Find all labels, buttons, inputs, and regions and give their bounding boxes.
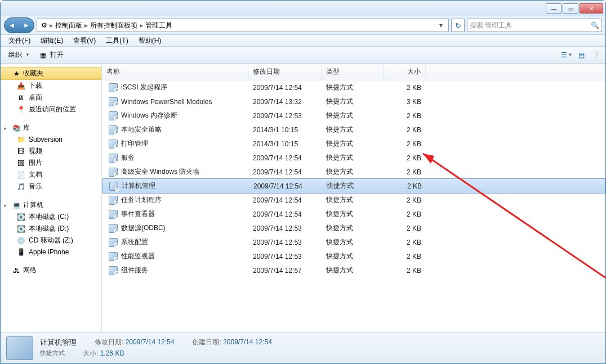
sidebar-item[interactable]: 🎵音乐 [1,181,101,192]
search-input[interactable]: 搜索 管理工具 🔍 [467,19,602,32]
shortcut-icon [109,196,118,205]
item-icon: 📥 [16,82,25,91]
file-row[interactable]: 任务计划程序 2009/7/14 12:54 快捷方式 2 KB [102,193,605,207]
file-row[interactable]: 服务 2009/7/14 12:54 快捷方式 2 KB [102,151,605,165]
sidebar-item[interactable]: 📥下载 [1,80,101,92]
sidebar-item[interactable]: 📱Apple iPhone [1,246,101,258]
breadcrumb-seg1[interactable]: 控制面板 [54,21,83,30]
shortcut-icon [109,154,118,163]
sidebar-item[interactable]: 💽本地磁盘 (C:) [1,211,101,223]
item-icon: 📄 [16,170,25,179]
file-date: 2009/7/14 12:54 [248,167,322,177]
shortcut-icon [109,125,118,134]
file-type: 快捷方式 [322,152,384,164]
refresh-button[interactable]: ↻ [451,19,465,32]
item-icon: 🖼 [16,159,25,168]
menu-edit[interactable]: 编辑(E) [36,35,68,47]
titlebar: — ▭ ✕ [1,1,605,16]
sidebar-item[interactable]: 💽本地磁盘 (D:) [1,223,101,235]
item-icon: 🖥 [16,93,25,102]
menu-file[interactable]: 文件(F) [4,35,35,47]
file-name: 系统配置 [121,237,148,247]
selected-item-type: 快捷方式 [40,349,65,358]
sidebar-item[interactable]: 🖼图片 [1,157,101,169]
search-icon: 🔍 [591,21,599,29]
close-button[interactable]: ✕ [580,3,603,14]
toolbar: 组织▼ ▦ 打开 ☰▼ ▤ ❔ [1,47,605,64]
open-button[interactable]: ▦ 打开 [34,48,68,61]
sidebar-item[interactable]: 📁Subversion [1,134,101,145]
file-type: 快捷方式 [322,110,384,122]
file-date: 2009/7/14 12:53 [248,223,322,233]
file-row[interactable]: 系统配置 2009/7/14 12:53 快捷方式 2 KB [102,235,605,249]
sidebar-network-header[interactable]: 🖧 网络 [1,264,101,276]
menu-tools[interactable]: 工具(T) [101,35,132,47]
file-name: 性能监视器 [121,251,155,261]
column-size[interactable]: 大小 [384,64,426,80]
shortcut-icon [109,266,118,275]
file-type: 快捷方式 [322,138,384,150]
sidebar-item[interactable]: 🖥桌面 [1,92,101,104]
file-row[interactable]: 高级安全 Windows 防火墙 2009/7/14 12:54 快捷方式 2 … [102,165,605,179]
navigation-pane: ★ 收藏夹 📥下载🖥桌面📍最近访问的位置 ▸ 📚 库 📁Subversion🎞视… [1,64,102,332]
file-row[interactable]: 打印管理 2014/3/1 10:15 快捷方式 2 KB [102,137,605,151]
file-size: 2 KB [384,195,426,205]
sidebar-favorites-header[interactable]: ★ 收藏夹 [1,67,101,80]
item-icon: 📍 [16,105,25,114]
sidebar-libraries-header[interactable]: ▸ 📚 库 [1,122,101,134]
file-row[interactable]: Windows PowerShell Modules 2009/7/14 13:… [102,95,605,109]
maximize-button[interactable]: ▭ [563,3,578,14]
sidebar-computer-header[interactable]: ▸ 💻 计算机 [1,199,101,211]
breadcrumb-seg3[interactable]: 管理工具 [144,21,173,30]
file-row[interactable]: Windows 内存诊断 2009/7/14 12:53 快捷方式 2 KB [102,109,605,123]
address-path[interactable]: ⚙ ▸ 控制面板 ▸ 所有控制面板项 ▸ 管理工具 ▾ [37,19,449,32]
view-options-button[interactable]: ☰▼ [560,49,573,61]
file-type: 快捷方式 [322,236,384,248]
file-date: 2009/7/14 12:53 [248,111,322,121]
column-name[interactable]: 名称 [102,64,248,80]
minimize-button[interactable]: — [546,3,562,14]
column-type[interactable]: 类型 [322,64,384,80]
shortcut-icon [109,210,118,219]
file-row[interactable]: 性能监视器 2009/7/14 12:53 快捷方式 2 KB [102,249,605,263]
address-dropdown[interactable]: ▾ [436,21,446,29]
preview-pane-button[interactable]: ▤ [575,49,587,61]
item-icon: 💽 [16,224,25,233]
help-button[interactable]: ❔ [590,49,602,61]
file-row[interactable]: 数据源(ODBC) 2009/7/14 12:53 快捷方式 2 KB [102,221,605,235]
menu-help[interactable]: 帮助(H) [134,35,166,47]
file-size: 2 KB [384,266,426,276]
chevron-right-icon: ▸ [48,21,54,29]
organize-button[interactable]: 组织▼ [4,48,34,61]
library-icon: 📚 [12,124,21,133]
column-date[interactable]: 修改日期 [248,64,322,80]
file-type: 快捷方式 [322,166,384,178]
shortcut-icon [109,252,118,261]
file-name: 计算机管理 [122,181,155,191]
file-name: 高级安全 Windows 防火墙 [121,167,199,177]
forward-button[interactable]: ► [19,18,34,33]
sidebar-item[interactable]: 📄文档 [1,169,101,181]
file-size: 2 KB [384,251,426,262]
sidebar-item[interactable]: 💿CD 驱动器 (Z:) [1,235,101,246]
shortcut-icon [109,97,118,106]
file-date: 2009/7/14 12:53 [248,251,322,262]
breadcrumb-seg2[interactable]: 所有控制面板项 [89,21,139,30]
file-date: 2009/7/14 12:53 [248,237,322,248]
back-button[interactable]: ◄ [5,18,19,33]
file-size: 2 KB [384,153,426,163]
shortcut-icon [109,238,118,247]
file-date: 2009/7/14 12:54 [248,209,322,219]
file-row[interactable]: iSCSI 发起程序 2009/7/14 12:54 快捷方式 2 KB [102,80,605,95]
sidebar-item[interactable]: 🎞视频 [1,145,101,157]
sidebar-item[interactable]: 📍最近访问的位置 [1,104,101,115]
file-type: 快捷方式 [322,264,384,276]
file-size: 2 KB [384,139,426,149]
file-row[interactable]: 事件查看器 2009/7/14 12:54 快捷方式 2 KB [102,207,605,221]
file-size: 2 KB [384,125,426,135]
file-row[interactable]: 本地安全策略 2014/3/1 10:15 快捷方式 2 KB [102,123,605,137]
file-row[interactable]: 组件服务 2009/7/14 12:57 快捷方式 2 KB [102,263,605,277]
explorer-window: — ▭ ✕ ◄ ► ⚙ ▸ 控制面板 ▸ 所有控制面板项 ▸ 管理工具 ▾ ↻ … [0,0,606,364]
menu-view[interactable]: 查看(V) [69,35,100,47]
file-row[interactable]: 计算机管理 2009/7/14 12:54 快捷方式 2 KB [102,178,605,194]
